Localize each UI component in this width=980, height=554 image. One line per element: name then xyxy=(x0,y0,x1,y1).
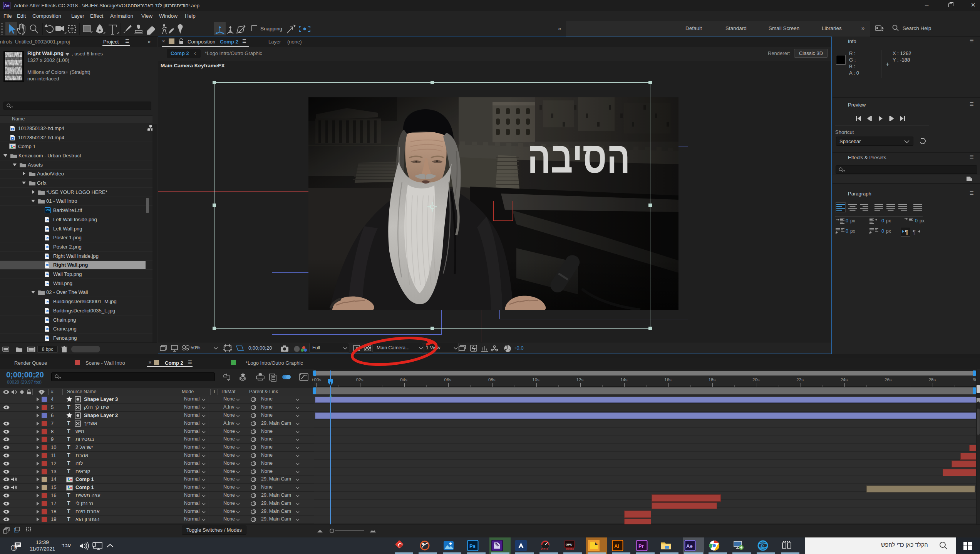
svg-text:¶: ¶ xyxy=(913,229,916,235)
svg-text:Tweak: Tweak xyxy=(566,547,574,550)
svg-text:¶: ¶ xyxy=(905,229,908,235)
svg-text:Pr: Pr xyxy=(638,543,644,549)
svg-text:Ps: Ps xyxy=(469,543,476,549)
svg-text:Ae: Ae xyxy=(686,543,693,549)
svg-text:GPU: GPU xyxy=(541,547,548,551)
svg-text:GPU: GPU xyxy=(566,543,573,546)
svg-text:e: e xyxy=(761,542,764,549)
svg-text:Ai: Ai xyxy=(614,543,619,549)
